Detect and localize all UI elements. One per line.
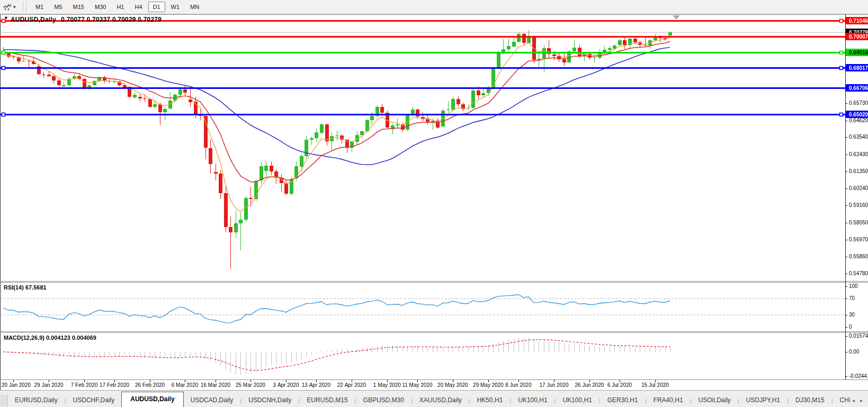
- macd-indicator-label: MACD(12,26,9) 0.004123 0.004069: [4, 334, 96, 341]
- timeframe-button-w1[interactable]: W1: [166, 2, 185, 12]
- chart-ohlc-values: 0.70077 0.70337 0.70029 0.70279: [61, 16, 162, 23]
- chart-tab-bar: EURUSD,Daily|USDCHF,DailyAUDUSD,DailyUSD…: [0, 390, 868, 407]
- timeframe-button-h4[interactable]: H4: [130, 2, 147, 12]
- timeframe-button-m1[interactable]: M1: [31, 2, 48, 12]
- tab-bar-corner: [0, 395, 8, 406]
- timeframe-button-mn[interactable]: MN: [185, 2, 204, 12]
- chart-tab-eurusd-m15[interactable]: EURUSD,M15: [300, 394, 354, 407]
- chart-tab-uk100-h1[interactable]: UK100,H1: [556, 394, 598, 407]
- timeframe-button-d1[interactable]: D1: [148, 2, 165, 12]
- timeframe-button-m5[interactable]: M5: [49, 2, 67, 12]
- timeframe-button-h1[interactable]: H1: [112, 2, 129, 12]
- toolbar-grip[interactable]: [23, 2, 26, 12]
- chart-tab-usdchf-daily[interactable]: USDCHF,Daily: [66, 394, 122, 407]
- object-anchor-icon: ▼: [4, 15, 8, 21]
- chart-tab-gbpusd-m30[interactable]: GBPUSD,M30: [356, 394, 411, 407]
- chart-tab-china300-h4[interactable]: CHINA300,H4: [833, 394, 850, 407]
- chart-tab-ger30-h1[interactable]: GER30,H1: [601, 394, 645, 407]
- chart-type-icon[interactable]: [2, 2, 13, 12]
- chart-type-dropdown-caret[interactable]: ▾: [13, 4, 20, 10]
- price-chart-canvas[interactable]: [0, 0, 868, 407]
- chart-title: AUDUSD,Daily 0.70077 0.70337 0.70029 0.7…: [11, 16, 162, 23]
- chart-tab-usoil-daily[interactable]: USOil,Daily: [691, 394, 737, 407]
- chart-tab-dj30-m15[interactable]: DJ30,M15: [789, 394, 831, 407]
- chart-tab-usdcnh-daily[interactable]: USDCNH,Daily: [241, 394, 298, 407]
- chart-symbol-label: AUDUSD,Daily: [11, 16, 56, 23]
- trading-platform-window: ▾ M1M5M15M30H1H4D1W1MN ▼ AUDUSD,Daily 0.…: [0, 0, 868, 407]
- rsi-indicator-label: RSI(14) 67.5681: [4, 284, 47, 291]
- chart-tab-usdjpy-h1[interactable]: USDJPY,H1: [739, 394, 787, 407]
- chart-tab-hk50-h1[interactable]: HK50,H1: [470, 394, 510, 407]
- chart-tab-uk100-h1[interactable]: UK100,H1: [511, 394, 554, 407]
- tab-scroll-left-button[interactable]: ◂: [852, 397, 855, 403]
- chart-tab-xauusd-daily[interactable]: XAUUSD,Daily: [413, 394, 469, 407]
- chart-tab-eurusd-daily[interactable]: EURUSD,Daily: [8, 394, 65, 407]
- chart-tab-usdcad-daily[interactable]: USDCAD,Daily: [184, 394, 240, 407]
- timeframe-buttons: M1M5M15M30H1H4D1W1MN: [31, 2, 204, 12]
- chart-tab-audusd-daily[interactable]: AUDUSD,Daily: [121, 392, 183, 407]
- timeframe-button-m15[interactable]: M15: [68, 2, 89, 12]
- timeframe-button-m30[interactable]: M30: [90, 2, 111, 12]
- timeframe-toolbar: ▾ M1M5M15M30H1H4D1W1MN: [0, 0, 868, 14]
- chart-tab-fra40-h1[interactable]: FRA40,H1: [647, 394, 690, 407]
- tab-scroll-right-button[interactable]: ▸: [860, 397, 863, 403]
